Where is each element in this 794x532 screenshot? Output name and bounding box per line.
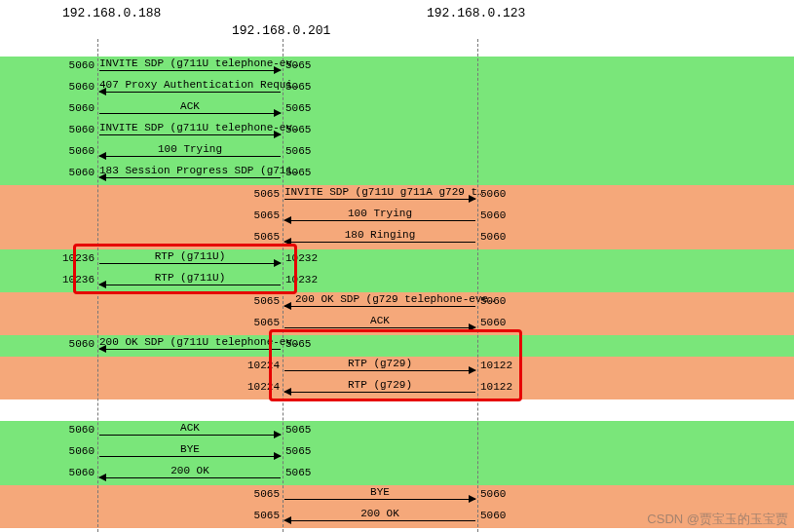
port-left: 5060 (69, 424, 95, 436)
port-left: 5060 (69, 167, 95, 178)
arrow-line (99, 156, 281, 157)
arrow-line (99, 134, 281, 135)
message-label: 407 Proxy Authentication Requi… (99, 79, 281, 91)
host-ip-2: 192.168.0.201 (232, 23, 330, 38)
port-left: 5065 (254, 188, 280, 200)
port-left: 5065 (254, 231, 280, 243)
message-label: INVITE SDP (g711U telephone-ev… (99, 57, 281, 69)
arrow-line (99, 456, 281, 457)
message-label: INVITE SDP (g711U telephone-ev… (99, 122, 281, 133)
message-label: BYE (284, 486, 475, 498)
port-right: 5060 (480, 488, 506, 500)
arrow-line (99, 113, 281, 114)
sip-message: 50605065ACK (0, 99, 794, 121)
sip-message: 50605065200 OK (0, 464, 794, 485)
sip-message: 50655060100 Trying (0, 207, 794, 228)
port-left: 5065 (254, 488, 280, 500)
message-label: ACK (99, 100, 281, 112)
message-label: 200 OK (99, 465, 281, 476)
port-right: 5060 (480, 209, 506, 221)
message-label: 200 OK SDP (g729 telephone-eve… (295, 293, 486, 305)
port-left: 5065 (254, 317, 280, 328)
message-label: 200 OK (284, 508, 475, 519)
sip-message: 50655060200 OK SDP (g729 telephone-eve… (0, 292, 794, 314)
port-left: 5060 (69, 124, 95, 135)
port-right: 5065 (285, 145, 311, 157)
message-label: ACK (99, 422, 281, 434)
arrow-line (284, 220, 475, 221)
sip-message: 50605065100 Trying (0, 142, 794, 164)
port-right: 5060 (480, 188, 506, 200)
arrow-head-icon (284, 302, 291, 310)
arrow-line (99, 70, 281, 71)
port-left: 5060 (69, 59, 95, 71)
port-left: 5060 (69, 445, 95, 457)
arrow-line (284, 242, 475, 243)
message-label: INVITE SDP (g711U g711A g729 t… (284, 186, 475, 198)
arrow-line (284, 520, 475, 521)
message-label: 200 OK SDP (g711U telephone-ev… (99, 336, 281, 348)
host-ip-3: 192.168.0.123 (427, 6, 525, 20)
sip-message: 50605065ACK (0, 421, 794, 442)
port-left: 5060 (69, 102, 95, 114)
port-right: 5065 (285, 424, 311, 436)
port-right: 5060 (480, 231, 506, 243)
sip-message: 50605065183 Session Progress SDP (g711… (0, 164, 794, 185)
message-label: BYE (99, 443, 281, 455)
sip-message: 50605065BYE (0, 442, 794, 464)
arrow-line (99, 477, 281, 478)
highlight-box (269, 329, 522, 401)
arrow-line (284, 199, 475, 200)
port-right: 5060 (480, 510, 506, 521)
port-right: 5065 (285, 445, 311, 457)
arrow-line (99, 92, 281, 93)
port-right: 5060 (480, 317, 506, 328)
message-label: 100 Trying (99, 143, 281, 155)
message-label: 100 Trying (284, 208, 475, 219)
port-left: 5060 (69, 81, 95, 93)
sip-message: 50655060BYE (0, 485, 794, 507)
watermark: CSDN @贾宝玉的玉宝贾 (647, 511, 788, 528)
message-label: ACK (284, 315, 475, 326)
port-left: 5065 (254, 295, 280, 307)
arrow-line (284, 306, 475, 307)
sip-message: 50655060INVITE SDP (g711U g711A g729 t… (0, 185, 794, 207)
arrow-line (99, 349, 281, 350)
arrow-line (284, 499, 475, 500)
sip-message: 50605065INVITE SDP (g711U telephone-ev… (0, 57, 794, 78)
port-right: 5065 (285, 467, 311, 478)
message-label: 183 Session Progress SDP (g711… (99, 165, 281, 176)
port-left: 5060 (69, 338, 95, 350)
sip-message: 50605065INVITE SDP (g711U telephone-ev… (0, 121, 794, 142)
port-left: 5060 (69, 145, 95, 157)
highlight-box (73, 244, 297, 294)
arrow-line (99, 435, 281, 436)
port-left: 5060 (69, 467, 95, 478)
arrow-line (99, 177, 281, 178)
message-label: 180 Ringing (284, 229, 475, 241)
port-left: 5065 (254, 209, 280, 221)
sip-message: 50605065407 Proxy Authentication Requi… (0, 78, 794, 99)
port-right: 5065 (285, 102, 311, 114)
arrow-line (284, 327, 475, 328)
port-left: 5065 (254, 510, 280, 521)
host-ip-1: 192.168.0.188 (62, 6, 161, 20)
